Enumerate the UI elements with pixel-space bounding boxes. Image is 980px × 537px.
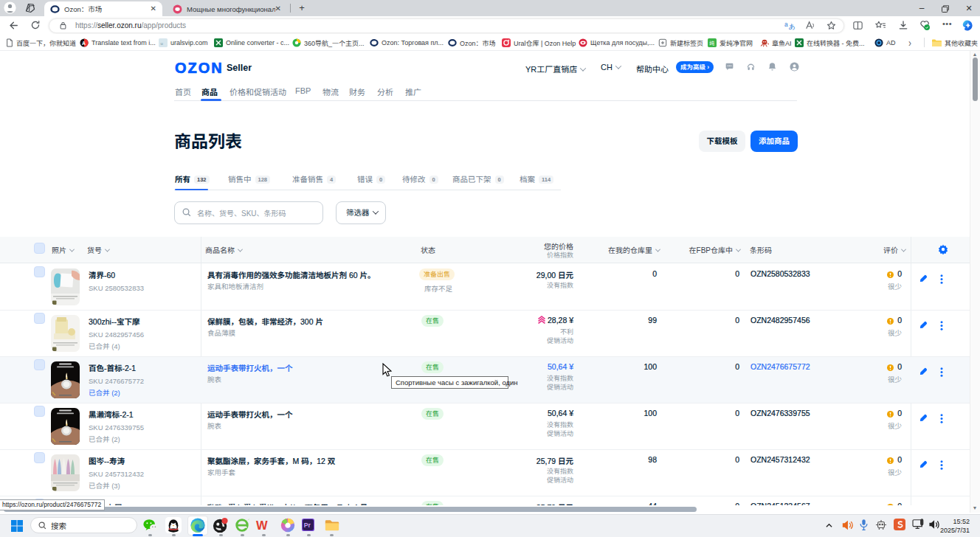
svg-text:a: a	[784, 21, 788, 28]
svg-text:A: A	[82, 41, 86, 46]
svg-text:Pr: Pr	[304, 522, 311, 529]
svg-text:あ: あ	[789, 21, 796, 30]
svg-text:u: u	[161, 41, 163, 46]
svg-text:W: W	[256, 519, 268, 532]
svg-text:纯: 纯	[709, 39, 714, 46]
